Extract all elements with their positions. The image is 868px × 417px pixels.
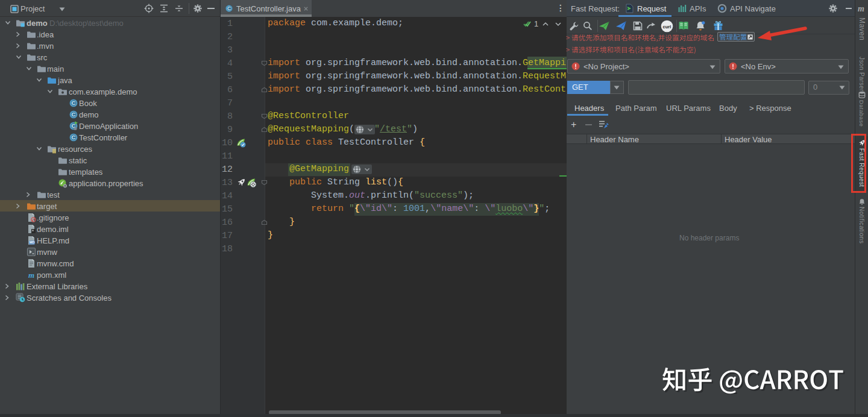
svg-text:curl: curl (663, 24, 671, 30)
svg-text:MD: MD (30, 240, 35, 244)
svg-text:C: C (72, 99, 76, 106)
svg-text:C: C (72, 134, 76, 140)
svg-text:C: C (227, 5, 231, 11)
svg-text:C: C (72, 111, 76, 118)
svg-text:m: m (28, 270, 34, 279)
